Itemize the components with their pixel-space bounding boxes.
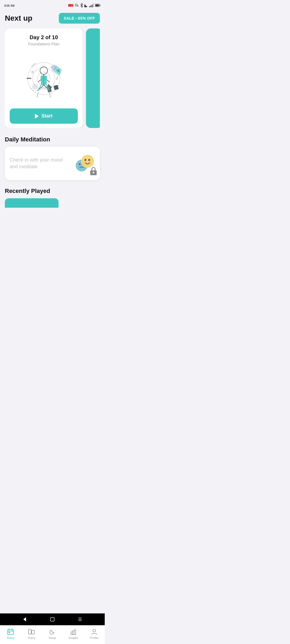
svg-rect-19 — [53, 85, 59, 90]
svg-point-33 — [81, 155, 94, 168]
status-icons — [68, 3, 100, 8]
daily-meditation-heading: Daily Meditation — [5, 136, 100, 143]
svg-point-23 — [40, 67, 48, 74]
svg-line-28 — [49, 92, 50, 97]
page-title: Next up — [5, 14, 32, 23]
start-button[interactable]: Start — [10, 108, 78, 124]
svg-point-37 — [88, 162, 91, 163]
status-time: 8:08 AM — [4, 3, 15, 8]
svg-point-36 — [84, 162, 87, 163]
svg-point-39 — [93, 172, 94, 173]
daily-meditation-card[interactable]: Check in with your mood and meditate — [5, 147, 100, 180]
daily-meditation-text: Check in with your mood and meditate — [10, 157, 63, 170]
svg-line-27 — [37, 92, 38, 97]
bluetooth-icon — [80, 3, 83, 8]
day-card: Day 2 of 10 Foundations Plan — [5, 28, 83, 128]
svg-point-20 — [32, 84, 38, 90]
time-suffix: AM — [10, 4, 15, 7]
battery-icon — [95, 4, 100, 7]
daily-meditation-section: Daily Meditation Check in with your mood… — [5, 136, 100, 180]
time-text: 8:08 — [4, 4, 9, 7]
svg-rect-21 — [56, 76, 58, 80]
svg-point-35 — [88, 159, 90, 161]
meditation-illustration — [10, 50, 78, 104]
svg-rect-10 — [100, 5, 100, 6]
signal-icon — [89, 3, 94, 7]
sale-button[interactable]: SALE - 65% OFF — [59, 13, 100, 24]
recently-played-card — [5, 198, 59, 208]
start-label: Start — [41, 113, 52, 119]
svg-rect-5 — [89, 6, 90, 7]
recently-played-section: Recently Played — [5, 188, 100, 208]
lock-icon — [90, 167, 97, 175]
illustration-svg — [17, 50, 71, 104]
day-card-title: Day 2 of 10 — [10, 34, 78, 41]
svg-rect-7 — [92, 5, 93, 7]
svg-point-17 — [31, 71, 34, 73]
day-card-subtitle: Foundations Plan — [10, 42, 78, 46]
svg-rect-6 — [90, 5, 91, 7]
svg-point-2 — [75, 4, 77, 6]
status-bar: 8:08 AM — [0, 0, 105, 10]
moon-icon — [84, 3, 88, 7]
record-icon — [68, 3, 74, 7]
svg-marker-1 — [72, 4, 73, 7]
cards-carousel: Day 2 of 10 Foundations Plan — [5, 28, 100, 128]
key-icon — [75, 3, 79, 8]
header-row: Next up SALE - 65% OFF — [5, 13, 100, 24]
partial-card — [86, 28, 100, 128]
lock-icon-wrapper — [90, 167, 97, 176]
svg-rect-8 — [93, 3, 94, 7]
main-content: Next up SALE - 65% OFF Day 2 of 10 Found… — [0, 10, 105, 208]
svg-rect-0 — [68, 4, 72, 7]
svg-rect-18 — [27, 78, 31, 79]
play-icon — [35, 114, 39, 119]
mood-icons-wrapper — [74, 153, 95, 174]
svg-point-31 — [79, 163, 81, 165]
svg-rect-11 — [96, 5, 99, 6]
recently-played-heading: Recently Played — [5, 188, 100, 195]
svg-point-34 — [85, 159, 86, 161]
